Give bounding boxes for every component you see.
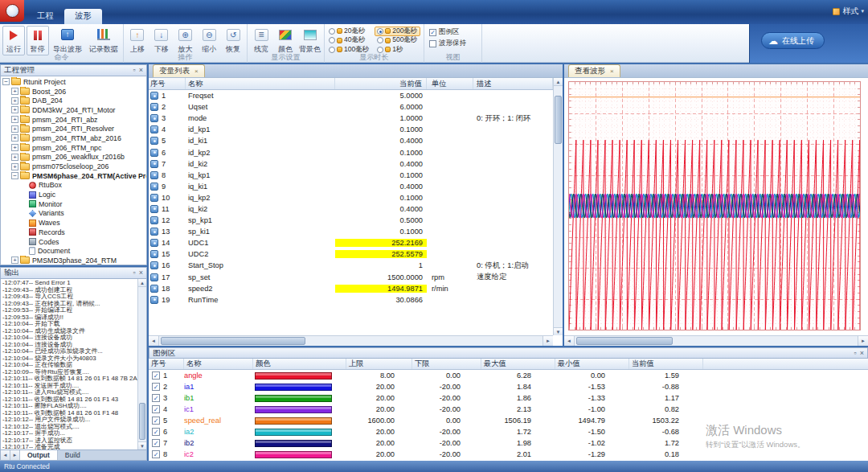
column-header-upper-limit[interactable]: 上限 [346, 359, 412, 369]
close-icon[interactable]: × [194, 68, 199, 75]
tree-expander-icon[interactable]: + [11, 163, 18, 170]
legend-checkbox[interactable]: ✓ [152, 405, 160, 413]
tree-item[interactable]: RtuBox [1, 181, 146, 191]
scroll-right-icon[interactable]: ► [542, 336, 553, 346]
table-row[interactable]: ✓6ia220.00-20.001.72-1.50-0.68 [149, 426, 868, 437]
table-row[interactable]: 16Start_Stop10: 停机；1:启动 [149, 260, 553, 271]
tree-item[interactable]: Variants [1, 209, 146, 219]
pin-icon[interactable]: ▫ [133, 67, 136, 74]
column-header-current-value[interactable]: 当前值 [335, 78, 427, 89]
tree-expander-icon[interactable]: + [11, 144, 18, 151]
table-row[interactable]: 10iq_kp20.1000 [149, 192, 553, 203]
scroll-right-icon[interactable]: ► [858, 336, 868, 346]
ribbon-tab-project[interactable]: 工程 [27, 9, 64, 24]
tab-output[interactable]: Output [20, 450, 58, 460]
table-row[interactable]: ✓3ib120.00-20.001.86-1.331.17 [149, 392, 868, 404]
tree-item[interactable]: +pmsm075closeloop_206 [1, 162, 146, 171]
column-header-description[interactable]: 描述 [473, 78, 553, 89]
tree-item[interactable]: +DDM3kW_204_RTI_Motor [1, 105, 146, 115]
waveform-hscrollbar[interactable]: ◄ ► [564, 335, 868, 346]
table-row[interactable]: 3mode1.00000: 开环；1: 闭环 [149, 113, 553, 124]
tree-expander-icon[interactable]: + [11, 125, 18, 133]
table-row[interactable]: 17sp_set1500.0000rpm速度给定 [149, 272, 553, 283]
tree-item[interactable]: Monitor [1, 199, 146, 209]
tree-item[interactable]: Codes [1, 237, 146, 247]
zoom-in-button[interactable]: ⊕ 放大 [174, 26, 197, 55]
column-header-max[interactable]: 最大值 [481, 359, 555, 369]
table-row[interactable]: 13sp_ki10.1000 [149, 226, 553, 237]
tab-view-waveform[interactable]: 查看波形 × [568, 64, 620, 77]
move-up-button[interactable]: ↑ 上移 [126, 26, 149, 55]
table-row[interactable]: ✓2ia120.00-20.001.84-1.53-0.88 [149, 381, 868, 392]
scrollbar-thumb[interactable] [139, 403, 145, 440]
duration-option-200ms[interactable]: 200毫秒 [375, 27, 420, 36]
column-header-unit[interactable]: 单位 [427, 78, 473, 89]
legend-checkbox[interactable]: ✓ [152, 450, 160, 458]
restore-button[interactable]: ↺ 恢复 [222, 26, 244, 55]
background-color-button[interactable]: 背景色 [298, 26, 321, 55]
table-row[interactable]: 1Freqset5.0000 [149, 90, 553, 101]
close-icon[interactable]: × [860, 350, 864, 357]
tree-item[interactable]: Records [1, 228, 146, 237]
column-header-lower-limit[interactable]: 下限 [412, 359, 481, 369]
tree-item[interactable]: +pmsm_206_RTM_npc [1, 143, 146, 153]
pin-icon[interactable]: ▫ [133, 269, 136, 277]
tree-item[interactable]: +pmsm_206_weakflux_r2016b [1, 153, 146, 162]
table-row[interactable]: ✓7ib220.00-20.001.98-1.021.72 [149, 437, 868, 449]
table-row[interactable]: 11iq_ki20.4000 [149, 203, 553, 215]
legend-checkbox[interactable]: ✓ [152, 383, 160, 391]
app-logo[interactable] [0, 0, 24, 22]
run-button[interactable]: 运行 [2, 26, 25, 55]
scroll-up-icon[interactable]: ▲ [138, 279, 146, 287]
close-icon[interactable]: × [139, 67, 143, 74]
variable-vscrollbar[interactable]: ▲ ▼ [553, 78, 563, 335]
tree-item[interactable]: +pmsm_204_RTM_abz_2016 [1, 133, 146, 143]
tree-item[interactable]: +PMSMD3phase_204_RTM [1, 256, 146, 265]
tree-expander-icon[interactable]: + [11, 257, 18, 264]
column-header-min[interactable]: 最小值 [555, 359, 629, 369]
tree-item[interactable]: Logic [1, 190, 146, 199]
table-row[interactable]: 8iq_kp10.1000 [149, 170, 553, 181]
table-row[interactable]: 5id_ki10.4000 [149, 135, 553, 146]
close-icon[interactable]: × [139, 269, 143, 277]
table-row[interactable]: 14UDC1252.2169 [149, 237, 553, 248]
line-width-button[interactable]: ≡ 线宽 [250, 26, 272, 55]
column-header-name[interactable]: 名称 [184, 359, 253, 369]
scroll-down-icon[interactable]: ▼ [138, 441, 146, 449]
table-row[interactable]: 12sp_kp10.5000 [149, 215, 553, 226]
table-row[interactable]: 9iq_ki10.4000 [149, 181, 553, 192]
legend-checkbox[interactable]: ✓ [152, 439, 160, 447]
scroll-left-icon[interactable]: ◄ [1, 450, 10, 460]
output-scrollbar[interactable]: ▲ ▼ [137, 279, 146, 449]
legend-checkbox[interactable]: ✓ [152, 394, 160, 402]
style-menu[interactable]: 样式 ▾ [833, 6, 864, 17]
move-down-button[interactable]: ↓ 下移 [150, 26, 173, 55]
tree-expander-icon[interactable]: − [2, 78, 10, 85]
duration-option-20ms[interactable]: 20毫秒 [326, 27, 372, 36]
record-data-button[interactable]: 记录数据 [86, 26, 121, 55]
scroll-up-icon[interactable]: ▲ [554, 78, 563, 86]
pause-button[interactable]: 暂停 [27, 26, 49, 55]
table-row[interactable]: 18speed21494.9871r/min [149, 283, 553, 294]
tree-item[interactable]: Waves [1, 218, 146, 228]
tree-expander-icon[interactable]: − [11, 172, 18, 179]
zoom-out-button[interactable]: ⊖ 缩小 [198, 26, 220, 55]
column-header-current[interactable]: 当前值 [629, 359, 703, 369]
ribbon-tab-waveform[interactable]: 波形 [64, 9, 102, 24]
tree-expander-icon[interactable]: + [11, 106, 18, 113]
scroll-down-icon[interactable]: ▼ [554, 327, 563, 335]
table-row[interactable]: 7id_ki20.4000 [149, 158, 553, 170]
column-header-index[interactable]: 序号 [149, 359, 184, 369]
tree-expander-icon[interactable]: + [11, 134, 18, 142]
scroll-left-icon[interactable]: ◄ [564, 336, 575, 346]
tree-item[interactable]: +Boost_206 [1, 87, 146, 96]
duration-option-500ms[interactable]: 500毫秒 [375, 36, 420, 46]
variable-hscrollbar[interactable]: ◄ ► [149, 335, 553, 346]
column-header-name[interactable]: 名称 [186, 78, 335, 89]
scrollbar-thumb[interactable] [555, 96, 562, 144]
scrollbar-thumb[interactable] [161, 337, 305, 345]
waveform-canvas[interactable] [568, 81, 861, 330]
column-header-index[interactable]: 序号 [149, 78, 186, 89]
tree-expander-icon[interactable]: + [11, 154, 18, 161]
scrollbar-thumb[interactable] [576, 337, 673, 345]
